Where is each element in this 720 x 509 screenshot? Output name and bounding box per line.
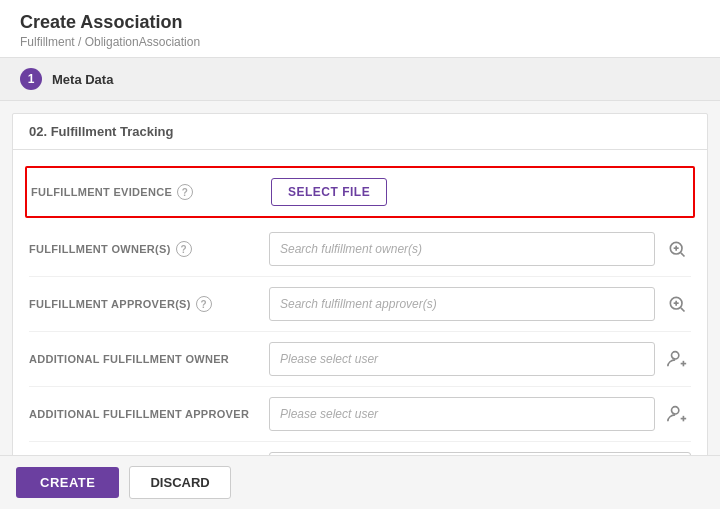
fulfillment-approvers-label: FULFILLMENT APPROVER(S) ? <box>29 296 269 312</box>
svg-line-5 <box>681 308 685 312</box>
fulfillment-approvers-row: FULFILLMENT APPROVER(S) ? <box>29 277 691 332</box>
fulfillment-owners-search-button[interactable] <box>663 235 691 263</box>
step-badge: 1 <box>20 68 42 90</box>
svg-point-11 <box>672 407 679 414</box>
additional-fulfillment-approver-input-area <box>269 397 691 431</box>
meta-data-bar: 1 Meta Data <box>0 58 720 101</box>
additional-fulfillment-owner-label: ADDITIONAL FULFILLMENT OWNER <box>29 353 269 365</box>
select-file-button[interactable]: SELECT FILE <box>271 178 387 206</box>
search-zoom-icon <box>667 294 687 314</box>
fulfillment-owners-input-area <box>269 232 691 266</box>
breadcrumb: Fulfillment / ObligationAssociation <box>20 35 700 49</box>
additional-fulfillment-owner-input[interactable] <box>269 342 655 376</box>
additional-fulfillment-owner-user-button[interactable] <box>663 345 691 373</box>
fulfillment-evidence-label: FULFILLMENT EVIDENCE ? <box>31 184 271 200</box>
fulfillment-evidence-input-area: SELECT FILE <box>271 178 689 206</box>
meta-data-label: Meta Data <box>52 72 113 87</box>
fulfillment-owners-row: FULFILLMENT OWNER(S) ? <box>29 222 691 277</box>
fulfillment-approvers-help-icon[interactable]: ? <box>196 296 212 312</box>
additional-fulfillment-owner-row: ADDITIONAL FULFILLMENT OWNER <box>29 332 691 387</box>
fulfillment-evidence-row: FULFILLMENT EVIDENCE ? SELECT FILE <box>25 166 695 218</box>
additional-fulfillment-approver-label: ADDITIONAL FULFILLMENT APPROVER <box>29 408 269 420</box>
fulfillment-tracking-section: 02. Fulfillment Tracking FULFILLMENT EVI… <box>12 113 708 509</box>
additional-fulfillment-owner-input-area <box>269 342 691 376</box>
fulfillment-owners-label: FULFILLMENT OWNER(S) ? <box>29 241 269 257</box>
fulfillment-owners-input[interactable] <box>269 232 655 266</box>
fulfillment-approvers-search-button[interactable] <box>663 290 691 318</box>
section-title: 02. Fulfillment Tracking <box>13 114 707 150</box>
page-title: Create Association <box>20 12 700 33</box>
create-button[interactable]: CREATE <box>16 467 119 498</box>
fulfillment-evidence-help-icon[interactable]: ? <box>177 184 193 200</box>
additional-fulfillment-approver-input[interactable] <box>269 397 655 431</box>
discard-button[interactable]: DISCARD <box>129 466 230 499</box>
fulfillment-owners-help-icon[interactable]: ? <box>176 241 192 257</box>
svg-point-8 <box>672 352 679 359</box>
additional-fulfillment-approver-row: ADDITIONAL FULFILLMENT APPROVER <box>29 387 691 442</box>
search-zoom-icon <box>667 239 687 259</box>
svg-line-1 <box>681 253 685 257</box>
additional-fulfillment-approver-user-button[interactable] <box>663 400 691 428</box>
user-add-icon <box>666 403 688 425</box>
page-header: Create Association Fulfillment / Obligat… <box>0 0 720 58</box>
user-add-icon <box>666 348 688 370</box>
fulfillment-approvers-input[interactable] <box>269 287 655 321</box>
footer-bar: CREATE DISCARD <box>0 455 720 509</box>
fulfillment-approvers-input-area <box>269 287 691 321</box>
